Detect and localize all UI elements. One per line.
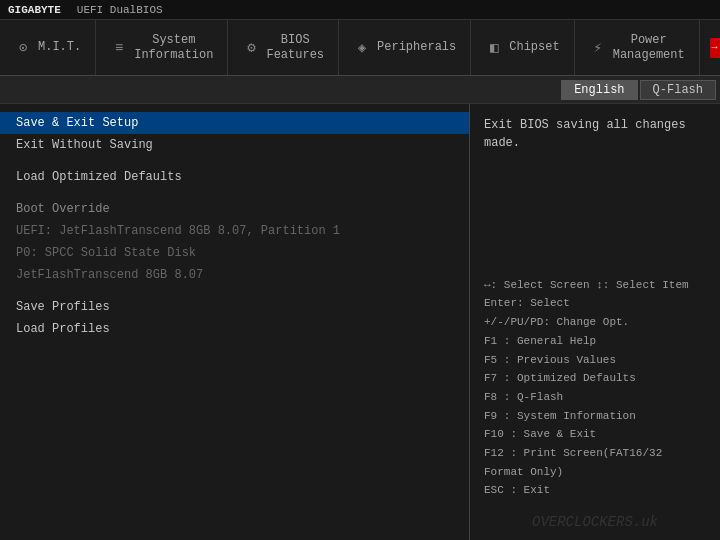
nav-item-chipset[interactable]: ◧ Chipset	[471, 20, 574, 75]
system-info-icon: ≡	[110, 39, 128, 57]
main-area: Save & Exit Setup Exit Without Saving Lo…	[0, 104, 720, 540]
nav-label-chipset: Chipset	[509, 40, 559, 54]
qflash-button[interactable]: Q-Flash	[640, 80, 716, 100]
key-guide-line: F5 : Previous Values	[484, 351, 706, 370]
nav-item-bios-features[interactable]: ⚙ BIOSFeatures	[228, 20, 339, 75]
brand-dualbios: UEFI DualBIOS	[77, 4, 163, 16]
bios-features-icon: ⚙	[242, 39, 260, 57]
nav-label-mit: M.I.T.	[38, 40, 81, 54]
key-guide-line: F9 : System Information	[484, 407, 706, 426]
right-panel: Exit BIOS saving all changes made. ↔: Se…	[470, 104, 720, 540]
menu-item-uefi-jetflash[interactable]: UEFI: JetFlashTranscend 8GB 8.07, Partit…	[0, 220, 469, 242]
menu-item-exit-without-saving[interactable]: Exit Without Saving	[0, 134, 469, 156]
key-guide-line: +/-/PU/PD: Change Opt.	[484, 313, 706, 332]
spacer-3	[0, 286, 469, 296]
spacer-2	[0, 188, 469, 198]
power-mgmt-icon: ⚡	[589, 39, 607, 57]
key-guide-line: ESC : Exit	[484, 481, 706, 500]
right-description: Exit BIOS saving all changes made.	[484, 116, 706, 152]
key-guide-line: F8 : Q-Flash	[484, 388, 706, 407]
save-exit-icon: →	[710, 38, 720, 58]
lang-bar: English Q-Flash	[0, 76, 720, 104]
nav-label-power-mgmt: PowerManagement	[613, 33, 685, 62]
nav-item-save-exit[interactable]: → Save & Exit	[700, 20, 720, 75]
spacer-1	[0, 156, 469, 166]
mit-icon: ⊙	[14, 39, 32, 57]
key-guide: ↔: Select Screen ↕: Select ItemEnter: Se…	[484, 276, 706, 500]
menu-item-save-exit-setup[interactable]: Save & Exit Setup	[0, 112, 469, 134]
key-guide-line: F7 : Optimized Defaults	[484, 369, 706, 388]
nav-label-system-info: SystemInformation	[134, 33, 213, 62]
key-guide-line: F10 : Save & Exit	[484, 425, 706, 444]
chipset-icon: ◧	[485, 39, 503, 57]
nav-label-bios-features: BIOSFeatures	[266, 33, 324, 62]
key-guide-line: F12 : Print Screen(FAT16/32 Format Only)	[484, 444, 706, 481]
peripherals-icon: ◈	[353, 39, 371, 57]
nav-item-power-mgmt[interactable]: ⚡ PowerManagement	[575, 20, 700, 75]
menu-item-save-profiles[interactable]: Save Profiles	[0, 296, 469, 318]
top-bar: GIGABYTE UEFI DualBIOS	[0, 0, 720, 20]
key-guide-line: F1 : General Help	[484, 332, 706, 351]
key-guide-line: Enter: Select	[484, 294, 706, 313]
menu-item-po-spcc[interactable]: P0: SPCC Solid State Disk	[0, 242, 469, 264]
nav-item-peripherals[interactable]: ◈ Peripherals	[339, 20, 471, 75]
nav-label-peripherals: Peripherals	[377, 40, 456, 54]
nav-item-mit[interactable]: ⊙ M.I.T.	[0, 20, 96, 75]
watermark: OVERCLOCKERS.uk	[532, 514, 658, 530]
key-guide-line: ↔: Select Screen ↕: Select Item	[484, 276, 706, 295]
english-button[interactable]: English	[561, 80, 637, 100]
left-panel: Save & Exit Setup Exit Without Saving Lo…	[0, 104, 470, 540]
menu-item-jetflash-8gb[interactable]: JetFlashTranscend 8GB 8.07	[0, 264, 469, 286]
nav-bar: ⊙ M.I.T. ≡ SystemInformation ⚙ BIOSFeatu…	[0, 20, 720, 76]
nav-item-system-info[interactable]: ≡ SystemInformation	[96, 20, 228, 75]
menu-item-load-optimized-defaults[interactable]: Load Optimized Defaults	[0, 166, 469, 188]
brand-gigabyte: GIGABYTE	[8, 4, 61, 16]
boot-override-header: Boot Override	[0, 198, 469, 220]
menu-item-load-profiles[interactable]: Load Profiles	[0, 318, 469, 340]
